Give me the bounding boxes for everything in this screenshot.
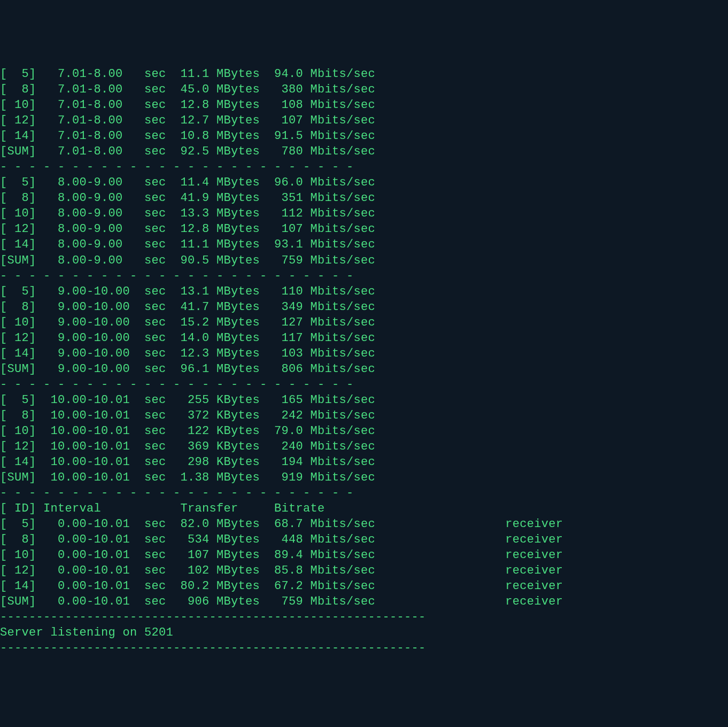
separator: - - - - - - - - - - - - - - - - - - - - …: [0, 485, 728, 501]
summary-row: [ 14] 0.00-10.01 sec 80.2 MBytes 67.2 Mb…: [0, 578, 728, 594]
terminal-output: [ 5] 7.01-8.00 sec 11.1 MBytes 94.0 Mbit…: [0, 66, 728, 656]
separator: - - - - - - - - - - - - - - - - - - - - …: [0, 377, 728, 392]
iperf-row: [ 8] 8.00-9.00 sec 41.9 MBytes 351 Mbits…: [0, 190, 728, 206]
summary-header: [ ID] Interval Transfer Bitrate: [0, 501, 728, 516]
long-separator: ----------------------------------------…: [0, 640, 728, 656]
long-separator: ----------------------------------------…: [0, 609, 728, 625]
server-listening: Server listening on 5201: [0, 625, 728, 640]
iperf-row: [ 8] 10.00-10.01 sec 372 KBytes 242 Mbit…: [0, 408, 728, 423]
summary-row: [ 10] 0.00-10.01 sec 107 MBytes 89.4 Mbi…: [0, 547, 728, 563]
iperf-row: [ 10] 9.00-10.00 sec 15.2 MBytes 127 Mbi…: [0, 315, 728, 330]
summary-row: [ 12] 0.00-10.01 sec 102 MBytes 85.8 Mbi…: [0, 563, 728, 578]
iperf-row: [ 8] 9.00-10.00 sec 41.7 MBytes 349 Mbit…: [0, 299, 728, 315]
iperf-row: [ 10] 7.01-8.00 sec 12.8 MBytes 108 Mbit…: [0, 97, 728, 113]
separator: - - - - - - - - - - - - - - - - - - - - …: [0, 159, 728, 175]
iperf-row: [ 12] 7.01-8.00 sec 12.7 MBytes 107 Mbit…: [0, 113, 728, 128]
iperf-row: [ 12] 10.00-10.01 sec 369 KBytes 240 Mbi…: [0, 439, 728, 454]
iperf-row: [ 12] 8.00-9.00 sec 12.8 MBytes 107 Mbit…: [0, 221, 728, 237]
iperf-row: [ 14] 9.00-10.00 sec 12.3 MBytes 103 Mbi…: [0, 346, 728, 361]
iperf-row: [ 12] 9.00-10.00 sec 14.0 MBytes 117 Mbi…: [0, 330, 728, 346]
iperf-row: [SUM] 10.00-10.01 sec 1.38 MBytes 919 Mb…: [0, 470, 728, 485]
iperf-row: [ 10] 8.00-9.00 sec 13.3 MBytes 112 Mbit…: [0, 206, 728, 221]
iperf-row: [ 5] 10.00-10.01 sec 255 KBytes 165 Mbit…: [0, 392, 728, 408]
iperf-row: [ 5] 7.01-8.00 sec 11.1 MBytes 94.0 Mbit…: [0, 66, 728, 82]
iperf-row: [ 14] 10.00-10.01 sec 298 KBytes 194 Mbi…: [0, 454, 728, 470]
summary-row: [ 5] 0.00-10.01 sec 82.0 MBytes 68.7 Mbi…: [0, 516, 728, 532]
iperf-row: [ 14] 7.01-8.00 sec 10.8 MBytes 91.5 Mbi…: [0, 128, 728, 144]
summary-row: [ 8] 0.00-10.01 sec 534 MBytes 448 Mbits…: [0, 532, 728, 547]
separator: - - - - - - - - - - - - - - - - - - - - …: [0, 268, 728, 284]
iperf-row: [ 10] 10.00-10.01 sec 122 KBytes 79.0 Mb…: [0, 423, 728, 439]
iperf-row: [SUM] 7.01-8.00 sec 92.5 MBytes 780 Mbit…: [0, 144, 728, 159]
iperf-row: [ 5] 8.00-9.00 sec 11.4 MBytes 96.0 Mbit…: [0, 175, 728, 190]
iperf-row: [SUM] 9.00-10.00 sec 96.1 MBytes 806 Mbi…: [0, 361, 728, 377]
iperf-row: [ 8] 7.01-8.00 sec 45.0 MBytes 380 Mbits…: [0, 82, 728, 97]
iperf-row: [SUM] 8.00-9.00 sec 90.5 MBytes 759 Mbit…: [0, 253, 728, 268]
iperf-row: [ 14] 8.00-9.00 sec 11.1 MBytes 93.1 Mbi…: [0, 237, 728, 252]
iperf-row: [ 5] 9.00-10.00 sec 13.1 MBytes 110 Mbit…: [0, 284, 728, 299]
summary-row: [SUM] 0.00-10.01 sec 906 MBytes 759 Mbit…: [0, 594, 728, 609]
